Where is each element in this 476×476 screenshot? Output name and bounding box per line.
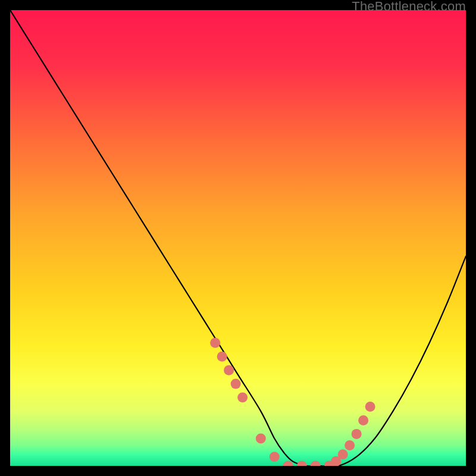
highlight-dot	[358, 415, 368, 425]
highlight-dot	[338, 449, 348, 459]
highlight-dot	[297, 461, 307, 466]
chart-frame: TheBottleneck.com	[0, 0, 476, 476]
highlight-dot	[283, 461, 293, 466]
highlight-dot	[256, 434, 266, 444]
highlight-dot	[210, 338, 220, 348]
plot-area	[10, 10, 466, 466]
highlight-dot	[231, 379, 241, 389]
highlight-dot	[270, 452, 280, 462]
curve-layer	[10, 10, 466, 466]
highlight-dot	[365, 402, 375, 412]
highlight-dots	[210, 338, 375, 466]
highlight-dot	[311, 461, 321, 466]
highlight-dot	[237, 393, 248, 403]
highlight-dot	[224, 365, 234, 375]
highlight-dot	[345, 440, 355, 450]
highlight-dot	[352, 429, 362, 439]
watermark-text: TheBottleneck.com	[352, 0, 466, 14]
highlight-dot	[217, 352, 227, 362]
